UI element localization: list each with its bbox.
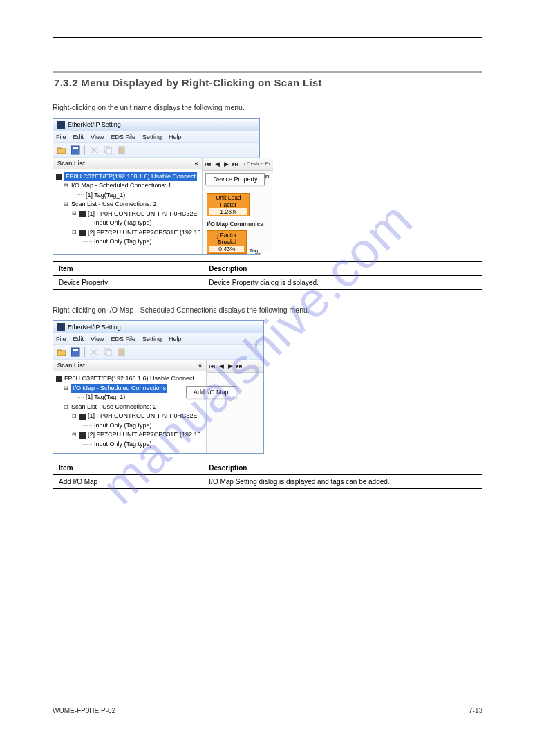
td-item: Device Property — [53, 275, 203, 289]
tree: FP0H C32ET/EP(192.168.1.6) Usable Connec… — [53, 371, 206, 453]
tree-scan[interactable]: ⊟Scan List - Use Connections: 2 — [56, 403, 205, 412]
tree-d1[interactable]: ⊟[1] FP0H CONTROL UNIT AFP0HC32E — [56, 412, 205, 421]
menu-edit[interactable]: Edit — [73, 133, 84, 140]
prev-icon[interactable]: ◀ — [218, 362, 225, 370]
cut-icon[interactable] — [89, 145, 99, 155]
menu-view[interactable]: View — [91, 133, 104, 140]
device-icon — [79, 230, 86, 236]
menu-edit[interactable]: Edit — [73, 335, 84, 342]
last-icon[interactable]: ⏭ — [236, 362, 243, 370]
scan-label: Scan List - Use Connections: 2 — [71, 200, 157, 210]
td-desc: I/O Map Setting dialog is displayed and … — [203, 475, 482, 489]
table-row: Add I/O Map I/O Map Setting dialog is di… — [53, 475, 482, 489]
first-icon[interactable]: ⏮ — [205, 160, 212, 167]
right-pane: ⏮ ◀ ▶ ⏭ Add I/O Map — [207, 360, 263, 453]
next-icon[interactable]: ▶ — [227, 362, 234, 370]
tree-d2sub[interactable]: ⋯⋯Input Only (Tag type) — [56, 237, 200, 247]
minus-icon[interactable]: ⊟ — [71, 412, 77, 421]
toolbar-divider — [84, 145, 85, 155]
d1sub-label: Input Only (Tag type) — [94, 421, 152, 431]
minus-icon[interactable]: ⊟ — [63, 201, 69, 209]
paste-icon[interactable] — [117, 347, 126, 357]
section-prefix: 7.3.2 — [54, 77, 78, 89]
minus-icon[interactable]: ⊟ — [63, 182, 69, 190]
copy-icon[interactable] — [103, 145, 113, 155]
scan-list-label: Scan List — [57, 160, 85, 167]
tree-d1[interactable]: ⊟[1] FP0H CONTROL UNIT AFP0HC32E — [56, 210, 200, 219]
collapse-arrow-icon[interactable]: « — [194, 160, 198, 167]
last-icon[interactable]: ⏭ — [232, 160, 239, 167]
menubar: File Edit View EDS File Setting Help — [53, 131, 259, 143]
menu-view[interactable]: View — [91, 335, 104, 342]
th-desc: Description — [203, 461, 482, 475]
tree-d2[interactable]: ⊟[2] FP7CPU UNIT AFP7CPS31E (192.16 — [56, 430, 205, 440]
toolbar-divider — [84, 347, 85, 357]
right-pane: ⏮ ◀ ▶ ⏭ / Device Pr Device Property mun … — [203, 158, 272, 254]
context-menu[interactable]: Add I/O Map — [186, 386, 236, 398]
save-icon[interactable] — [71, 145, 80, 155]
tree-d1sub[interactable]: ⋯⋯Input Only (Tag type) — [56, 421, 205, 431]
first-icon[interactable]: ⏮ — [209, 362, 216, 370]
next-icon[interactable]: ▶ — [223, 160, 230, 167]
minus-icon[interactable]: ⊟ — [63, 403, 69, 412]
tag-label: [1] Tag(Tag_1) — [86, 191, 125, 201]
settings-table-1: Item Description Device Property Device … — [53, 261, 482, 290]
tree-tag[interactable]: ⋯⋯[1] Tag(Tag_1) — [56, 191, 200, 201]
tree-tag[interactable]: ⋯⋯[1] Tag(Tag_1) — [56, 393, 205, 403]
prev-icon[interactable]: ◀ — [214, 160, 221, 167]
menubar: File Edit View EDS File Setting Help — [53, 333, 263, 345]
open-icon[interactable] — [57, 145, 66, 155]
panes: Scan List « FP0H C32ET/EP(192.168.1.6) U… — [53, 158, 259, 254]
root-label: FP0H C32ET/EP(192.168.1.6) Usable Connec… — [64, 374, 194, 384]
scan-list-header: Scan List « — [53, 360, 206, 371]
minus-icon[interactable]: ⊟ — [71, 210, 77, 218]
tree-dots: ⋯⋯ — [82, 422, 92, 430]
svg-rect-3 — [106, 148, 111, 154]
tree-d1sub[interactable]: ⋯⋯Input Only (Tag type) — [56, 219, 200, 228]
svg-rect-8 — [106, 350, 111, 356]
menu-setting[interactable]: Setting — [142, 133, 162, 140]
tree-d2sub[interactable]: ⋯⋯Input Only (Tag type) — [56, 440, 205, 450]
app-icon — [57, 121, 65, 129]
menu-help[interactable]: Help — [169, 133, 182, 140]
td-desc: Device Property dialog is displayed. — [203, 275, 482, 289]
menu-eds[interactable]: EDS File — [111, 335, 135, 342]
tree-dots: ⋯⋯ — [82, 219, 92, 228]
load-factor-box: Unit Load Factor 1.28% — [207, 193, 250, 216]
copy-icon[interactable] — [103, 347, 113, 357]
tag-snippet: Tag_ — [249, 248, 261, 254]
svg-rect-1 — [73, 147, 78, 149]
menu-eds[interactable]: EDS File — [111, 133, 135, 140]
section-title: 7.3.2 Menu Displayed by Right-Clicking o… — [54, 77, 482, 89]
minus-icon[interactable]: ⊟ — [63, 385, 69, 393]
window-title: EtherNet/IP Setting — [68, 121, 121, 128]
breakdown-box: j Factor Breakd 0.43% — [207, 230, 247, 254]
tree-d2[interactable]: ⊟[2] FP7CPU UNIT AFP7CPS31E (192.16 — [56, 228, 200, 238]
context-menu[interactable]: Device Property — [205, 173, 265, 185]
tree-root[interactable]: FP0H C32ET/EP(192.168.1.6) Usable Connec… — [56, 172, 200, 182]
top-rule — [53, 37, 482, 38]
save-icon[interactable] — [71, 347, 80, 357]
minus-icon[interactable]: ⊟ — [71, 228, 77, 237]
svg-rect-4 — [119, 147, 124, 154]
menu-setting[interactable]: Setting — [142, 335, 162, 342]
cut-icon[interactable] — [89, 347, 99, 357]
tree-iomap[interactable]: ⊟I/O Map - Scheduled Connections: 1 — [56, 181, 200, 191]
table-row: Device Property Device Property dialog i… — [53, 275, 482, 289]
left-pane: Scan List « FP0H C32ET/EP(192.168.1.6) U… — [53, 360, 207, 453]
tree-root[interactable]: FP0H C32ET/EP(192.168.1.6) Usable Connec… — [56, 374, 205, 384]
menu-file[interactable]: File — [56, 335, 66, 342]
open-icon[interactable] — [57, 347, 66, 357]
paste-icon[interactable] — [117, 145, 126, 155]
tree-scan[interactable]: ⊟Scan List - Use Connections: 2 — [56, 200, 200, 210]
d1-label: [1] FP0H CONTROL UNIT AFP0HC32E — [88, 210, 198, 219]
root-label: FP0H C32ET/EP(192.168.1.6) Usable Connec… — [64, 172, 197, 182]
th-item: Item — [53, 461, 203, 475]
tree-iomap[interactable]: ⊟I/O Map - Scheduled Connections — [56, 384, 205, 394]
collapse-arrow-icon[interactable]: « — [198, 362, 202, 369]
minus-icon[interactable]: ⊟ — [71, 431, 77, 439]
menu-help[interactable]: Help — [169, 335, 182, 342]
tab-label[interactable]: / Device Pr — [243, 160, 270, 167]
menu-file[interactable]: File — [56, 133, 66, 140]
tree-dots: ⋯⋯ — [74, 394, 84, 402]
